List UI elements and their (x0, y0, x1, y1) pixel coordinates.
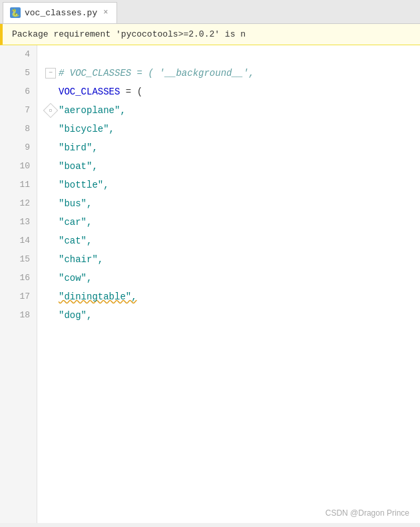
line-number: 9 (0, 138, 37, 157)
code-line: "cat", (37, 232, 420, 250)
code-line: ◇"aeroplane", (37, 101, 420, 120)
code-line: "diningtable", (37, 287, 420, 306)
code-text: "bird", (59, 138, 98, 157)
editor: 456789101112131415161718 −# VOC_CLASSES … (0, 45, 420, 523)
code-text: # VOC_CLASSES = ( '__background__', (59, 64, 254, 83)
code-text: "chair", (59, 250, 103, 269)
line-number: 13 (0, 213, 37, 232)
code-line: "car", (37, 213, 420, 232)
line-number: 11 (0, 176, 37, 194)
line-number: 12 (0, 194, 37, 213)
code-line: "boat", (37, 157, 420, 176)
code-text: "bus", (59, 194, 92, 213)
line-number: 4 (0, 45, 37, 64)
code-text: "aeroplane", (59, 101, 126, 120)
code-text: "cow", (59, 269, 92, 287)
code-line: "cow", (37, 269, 420, 287)
code-text: "bottle", (59, 176, 109, 194)
line-number: 10 (0, 157, 37, 176)
line-number: 17 (0, 287, 37, 306)
code-area[interactable]: −# VOC_CLASSES = ( '__background__',VOC_… (37, 45, 420, 523)
code-line: "bicycle", (37, 120, 420, 138)
code-text: "bicycle", (59, 120, 114, 138)
code-line: "bottle", (37, 176, 420, 194)
line-number-gutter: 456789101112131415161718 (0, 45, 37, 523)
fold-expand-icon[interactable]: ◇ (43, 103, 59, 118)
tab-bar: voc_classes.py × (0, 0, 420, 24)
code-line: −# VOC_CLASSES = ( '__background__', (37, 64, 420, 83)
line-number: 5 (0, 64, 37, 83)
fold-collapse-icon[interactable]: − (45, 68, 56, 79)
code-line: "dog", (37, 306, 420, 325)
code-line: VOC_CLASSES = ( (37, 83, 420, 101)
line-number: 8 (0, 120, 37, 138)
watermark: CSDN @Dragon Prince (325, 508, 409, 518)
line-number: 18 (0, 306, 37, 325)
tab-voc-classes[interactable]: voc_classes.py × (3, 2, 117, 23)
line-number: 7 (0, 101, 37, 120)
code-text: "dog", (59, 306, 92, 325)
code-line: "chair", (37, 250, 420, 269)
warning-text: Package requirement 'pycocotools>=2.0.2'… (12, 29, 246, 39)
line-number: 14 (0, 232, 37, 250)
tab-close-button[interactable]: × (101, 7, 110, 18)
code-line: "bus", (37, 194, 420, 213)
tab-filename: voc_classes.py (25, 8, 97, 18)
python-icon (10, 7, 21, 18)
code-line (37, 45, 420, 64)
code-text: "cat", (59, 232, 92, 250)
line-number: 15 (0, 250, 37, 269)
code-line: "bird", (37, 138, 420, 157)
code-text: VOC_CLASSES = ( (59, 83, 142, 101)
code-text: "boat", (59, 157, 98, 176)
line-number: 6 (0, 83, 37, 101)
code-text: "diningtable", (59, 287, 137, 306)
warning-banner: Package requirement 'pycocotools>=2.0.2'… (0, 24, 420, 45)
code-text: "car", (59, 213, 92, 232)
line-number: 16 (0, 269, 37, 287)
